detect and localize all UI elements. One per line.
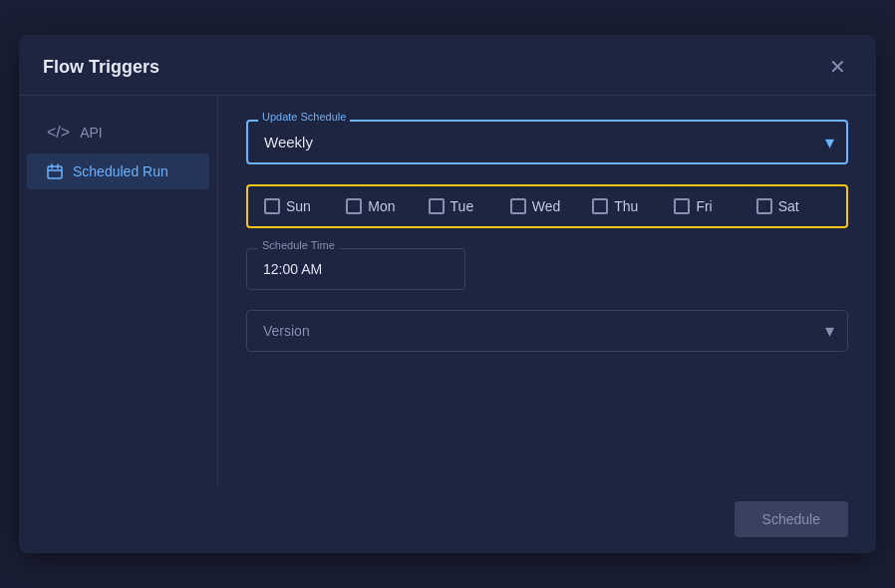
day-item-thu: Thu <box>592 198 666 214</box>
schedule-time-group: Schedule Time <box>246 248 848 290</box>
day-checkbox-wed[interactable] <box>510 198 526 214</box>
day-item-fri: Fri <box>674 198 747 214</box>
days-row: Sun Mon Tue Wed Thu <box>246 184 848 228</box>
modal-header: Flow Triggers ✕ <box>19 35 876 96</box>
day-checkbox-sat[interactable] <box>756 198 772 214</box>
day-label-wed[interactable]: Wed <box>532 198 561 214</box>
day-label-tue[interactable]: Tue <box>450 198 474 214</box>
day-item-wed: Wed <box>510 198 584 214</box>
schedule-button[interactable]: Schedule <box>735 501 848 537</box>
day-label-sat[interactable]: Sat <box>778 198 799 214</box>
update-schedule-wrapper: Update Schedule Weekly Daily Monthly ▾ <box>246 120 848 164</box>
sidebar: </> API Scheduled Run <box>19 96 218 485</box>
day-checkbox-sun[interactable] <box>264 198 280 214</box>
day-item-mon: Mon <box>346 198 420 214</box>
day-label-fri[interactable]: Fri <box>696 198 712 214</box>
day-checkbox-fri[interactable] <box>674 198 690 214</box>
day-checkbox-tue[interactable] <box>429 198 445 214</box>
update-schedule-group: Update Schedule Weekly Daily Monthly ▾ <box>246 120 848 164</box>
version-group: Version ▾ <box>246 310 848 352</box>
day-label-sun[interactable]: Sun <box>286 198 311 214</box>
flow-triggers-modal: Flow Triggers ✕ </> API Scheduled Run <box>19 35 876 553</box>
day-label-thu[interactable]: Thu <box>614 198 638 214</box>
day-label-mon[interactable]: Mon <box>368 198 395 214</box>
svg-rect-0 <box>48 166 62 178</box>
modal-footer: Schedule <box>19 485 876 553</box>
sidebar-item-scheduled-run-label: Scheduled Run <box>73 163 168 179</box>
sidebar-item-api[interactable]: </> API <box>27 114 209 151</box>
api-icon: </> <box>47 124 70 142</box>
close-button[interactable]: ✕ <box>823 55 852 79</box>
modal-title: Flow Triggers <box>43 57 159 78</box>
update-schedule-label: Update Schedule <box>258 111 350 123</box>
calendar-icon <box>47 163 63 179</box>
schedule-time-wrapper: Schedule Time <box>246 248 465 290</box>
day-item-sun: Sun <box>264 198 338 214</box>
main-content: Update Schedule Weekly Daily Monthly ▾ S… <box>218 96 876 485</box>
schedule-time-input[interactable] <box>246 248 465 290</box>
day-checkbox-thu[interactable] <box>592 198 608 214</box>
day-item-tue: Tue <box>429 198 502 214</box>
modal-body: </> API Scheduled Run Update Schedule <box>19 96 876 485</box>
day-checkbox-mon[interactable] <box>346 198 362 214</box>
day-item-sat: Sat <box>756 198 830 214</box>
update-schedule-select[interactable]: Weekly Daily Monthly <box>246 120 848 164</box>
sidebar-item-scheduled-run[interactable]: Scheduled Run <box>27 153 209 189</box>
version-wrapper: Version ▾ <box>246 310 848 352</box>
sidebar-item-api-label: API <box>80 125 103 141</box>
schedule-time-label: Schedule Time <box>258 239 339 251</box>
version-select[interactable]: Version <box>246 310 848 352</box>
